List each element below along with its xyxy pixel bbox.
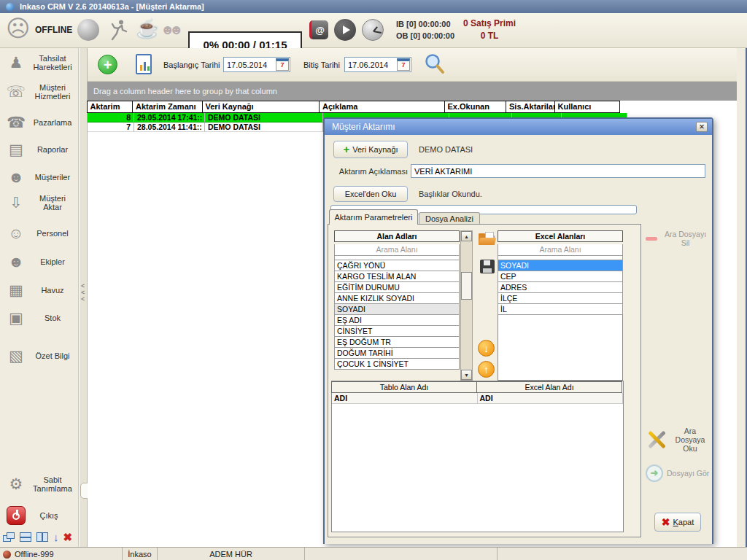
list-item[interactable]: ANNE KIZLIK SOYADI — [334, 292, 460, 304]
ara-dosyaya-oku-button[interactable]: Ara Dosyaya Oku — [646, 427, 710, 453]
column-header[interactable]: Sis.Aktarilan — [506, 101, 555, 113]
sidebar-item-pazarlama[interactable]: ☎ Pazarlama — [3, 114, 77, 131]
plus-icon: + — [343, 146, 349, 153]
excel-den-oku-button[interactable]: Excel'den Oku — [333, 186, 408, 202]
end-date-input[interactable] — [345, 61, 393, 69]
window-edge — [737, 48, 746, 547]
clock-icon[interactable] — [362, 19, 384, 41]
kapat-button[interactable]: ✖ Kapat — [654, 513, 701, 532]
list-item[interactable]: CİNSİYET — [334, 325, 460, 337]
customers-icon: ☻ — [3, 168, 29, 186]
list-scrollbar[interactable]: ▲ ▼ — [460, 230, 473, 381]
sidebar-item-ekipler[interactable]: ☻ Ekipler — [3, 253, 77, 271]
tab-dosya-analizi[interactable]: Dosya Analizi — [419, 212, 480, 225]
list-item[interactable]: ÇAĞRI YÖNÜ — [334, 260, 460, 271]
close-icon[interactable]: ✕ — [696, 122, 708, 132]
collapse-chevrons-icon[interactable]: <<< — [81, 283, 85, 303]
list-item[interactable]: EŞ DOĞUM TR — [334, 336, 460, 348]
column-header[interactable]: Açıklama — [319, 101, 445, 113]
tile-horizontal-icon[interactable] — [20, 532, 32, 542]
alan-adlari-header[interactable]: Alan Adları — [334, 230, 460, 242]
column-header[interactable]: Ex.Okunan — [444, 101, 507, 113]
list-item[interactable]: İL — [498, 303, 623, 315]
sidebar-item-cikis[interactable]: Çıkış — [3, 506, 77, 525]
sidebar-item-musteri-hizmetleri[interactable]: ☏ Müşteri Hizmetleri — [3, 83, 77, 101]
minimize-all-icon[interactable]: ↓ — [53, 532, 59, 542]
aciklama-input[interactable] — [411, 164, 705, 178]
mapping-column-header[interactable]: Excel Alan Adı — [476, 381, 622, 393]
open-folder-icon[interactable] — [479, 233, 496, 246]
list-item[interactable]: SOYADI — [334, 303, 460, 315]
start-date-input[interactable] — [224, 61, 272, 69]
end-date-label: Bitiş Tarihi — [303, 61, 340, 69]
sidebar-item-tahsilat-hareketleri[interactable]: ♟ Tahsilat Hareketleri — [3, 54, 77, 71]
sidebar-splitter[interactable]: <<< — [79, 48, 88, 547]
arrow-right-icon: ➜ — [646, 464, 663, 482]
megaphone-icon[interactable] — [334, 19, 356, 41]
search-icon[interactable] — [423, 52, 446, 79]
list-item[interactable]: SOYADI — [498, 260, 623, 271]
sidebar-item-raporlar[interactable]: ▤ Raporlar — [3, 141, 77, 158]
column-header[interactable]: Kullanıcı — [554, 101, 620, 113]
veri-kaynagi-button[interactable]: + Veri Kaynağı — [333, 141, 408, 158]
column-header[interactable]: Veri Kaynağı — [202, 101, 320, 113]
excel-oku-status: Başlıklar Okundu. — [419, 190, 482, 198]
ara-dosyayi-sil-button[interactable]: Ara Dosyayı Sil — [646, 230, 710, 247]
sidebar-item-sabit-tanimlama[interactable]: ⚙ Sabit Tanımlama — [3, 475, 77, 493]
dialog-title: Müşteri Aktarımı — [332, 122, 395, 132]
calendar-icon[interactable]: 7 — [397, 58, 410, 71]
dosyayi-gor-button[interactable]: ➜ Dosyayı Gör — [646, 464, 710, 482]
sidebar-item-ozet-bilgi[interactable]: ▧ Özet Bilgi — [3, 347, 77, 365]
status-bar: Offline-999 İnkaso ADEM HÜR — [0, 547, 747, 560]
scroll-up-icon[interactable]: ▲ — [461, 231, 472, 241]
mapping-column-header[interactable]: Tablo Alan Adı — [331, 381, 477, 393]
tab-aktarim-parametreleri[interactable]: Aktarım Parametreleri — [329, 209, 418, 225]
sales-bonus-label: 0 Satış Primi — [458, 18, 521, 30]
stock-icon: ▣ — [3, 309, 29, 327]
list-item[interactable]: CEP — [498, 271, 623, 282]
scroll-down-icon[interactable]: ▼ — [461, 370, 472, 380]
sidebar-item-musteri-aktar[interactable]: ⇩ Müşteri Aktar — [3, 194, 77, 211]
tile-vertical-icon[interactable] — [36, 532, 49, 542]
sidebar-item-musteriler[interactable]: ☻ Müşteriler — [3, 168, 77, 186]
scroll-thumb[interactable] — [461, 272, 472, 300]
ib-counter: IB [0] 00:00:00 — [396, 18, 454, 30]
cascade-windows-icon[interactable] — [3, 532, 15, 542]
sidebar-item-havuz[interactable]: ▦ Havuz — [3, 281, 77, 299]
coffee-break-icon[interactable]: ☕ — [136, 18, 159, 40]
list-item[interactable]: KARGO TESLİM ALAN — [334, 271, 460, 282]
save-floppy-icon[interactable] — [480, 260, 495, 273]
list-item[interactable]: ÇOCUK 1 CİNSİYET — [334, 358, 460, 370]
list-item[interactable]: DOĞUM TARİHİ — [334, 347, 460, 359]
add-button[interactable]: + — [98, 55, 117, 74]
excel-alanlari-header[interactable]: Excel Alanları — [498, 230, 623, 242]
address-book-icon[interactable]: @ — [309, 20, 328, 39]
meeting-people-icon[interactable]: ☻☻ — [160, 22, 178, 38]
sidebar-item-stok[interactable]: ▣ Stok — [3, 309, 77, 327]
mapping-row[interactable]: ADI ADI — [332, 393, 623, 404]
column-header[interactable]: Aktarim No — [87, 101, 133, 113]
alan-search-input[interactable] — [334, 244, 460, 256]
sales-bonus: 0 Satış Primi 0 TL — [458, 18, 521, 42]
dialog-title-bar[interactable]: Müşteri Aktarımı ✕ — [325, 119, 712, 135]
ob-counter: OB [0] 00:00:00 — [396, 30, 454, 42]
window-arrange-buttons: ↓ ✖ — [3, 532, 76, 542]
calendar-icon[interactable]: 7 — [276, 58, 289, 71]
group-by-bar[interactable]: Drag a column header here to group by th… — [88, 82, 737, 101]
mood-sad-icon[interactable]: ☹ — [6, 15, 30, 42]
move-up-icon[interactable]: ↑ — [478, 361, 495, 378]
excel-search-input[interactable] — [498, 244, 623, 256]
phone-icon: ☎ — [3, 114, 29, 131]
report-icon[interactable] — [136, 54, 152, 74]
close-all-icon[interactable]: ✖ — [63, 532, 73, 542]
break-runner-icon[interactable] — [109, 19, 128, 44]
column-header[interactable]: Aktarim Zamanı — [132, 101, 203, 113]
status-offline: Offline-999 — [0, 548, 123, 560]
agent-status-icon[interactable] — [77, 19, 99, 41]
list-item[interactable]: İLÇE — [498, 292, 623, 304]
sidebar-item-personel[interactable]: ☺ Personel — [3, 225, 77, 242]
list-item[interactable]: EŞ ADI — [334, 314, 460, 326]
list-item[interactable]: ADRES — [498, 281, 623, 293]
move-down-icon[interactable]: ↓ — [478, 340, 495, 357]
list-item[interactable]: EĞİTİM DURUMU — [334, 281, 460, 293]
